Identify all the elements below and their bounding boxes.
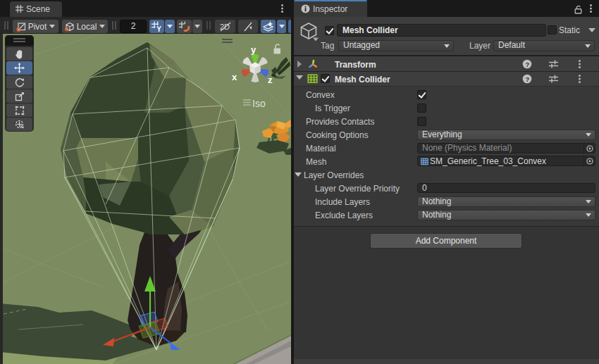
svg-text:x: x — [232, 72, 237, 82]
svg-text:Iso: Iso — [252, 98, 266, 109]
svg-text:Y: Y — [156, 25, 161, 32]
svg-text:z: z — [268, 75, 273, 85]
svg-text:y: y — [251, 44, 257, 55]
svg-text:?: ? — [526, 75, 530, 83]
svg-text:?: ? — [526, 61, 530, 68]
